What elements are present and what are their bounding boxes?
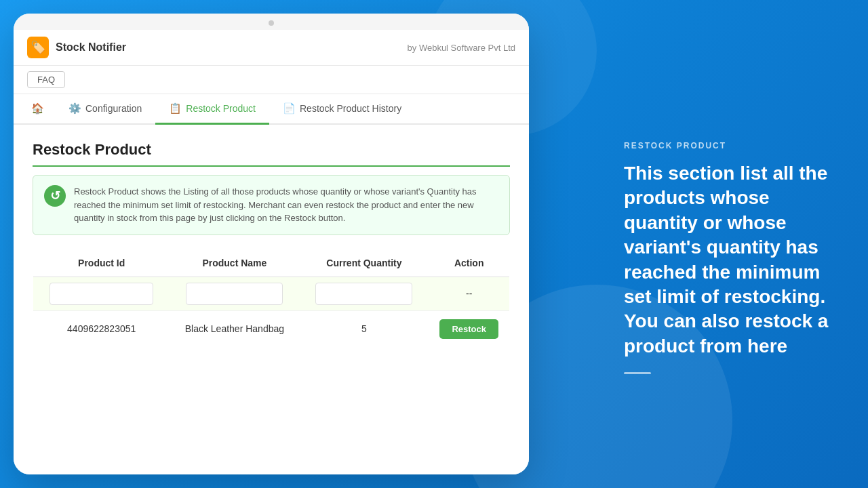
window-dots <box>14 14 529 30</box>
window-dot <box>269 20 274 26</box>
col-product-id: Product Id <box>33 249 170 277</box>
product-table: Product Id Product Name Current Quantity… <box>33 249 510 348</box>
app-logo: 🏷️ Stock Notifier <box>27 37 126 58</box>
table-row: 4409622823051 Black Leather Handbag 5 Re… <box>33 310 510 347</box>
table-header-row: Product Id Product Name Current Quantity… <box>33 249 510 277</box>
filter-action-cell: -- <box>429 277 509 310</box>
cell-product-id: 4409622823051 <box>33 310 170 347</box>
filter-row: -- <box>33 277 510 310</box>
filter-product-id-input[interactable] <box>50 283 153 305</box>
col-action: Action <box>429 249 509 277</box>
app-subtitle: by Webkul Software Pvt Ltd <box>408 43 515 53</box>
cell-current-quantity: 5 <box>299 310 429 347</box>
app-card: 🏷️ Stock Notifier by Webkul Software Pvt… <box>14 14 529 474</box>
app-header: 🏷️ Stock Notifier by Webkul Software Pvt… <box>14 30 529 66</box>
filter-quantity-input[interactable] <box>315 283 412 305</box>
tab-restock-product[interactable]: 📋 Restock Product <box>155 94 269 125</box>
history-icon: 📄 <box>283 102 296 115</box>
content-area: Restock Product ↺ Restock Product shows … <box>14 125 529 474</box>
panel-description: This section list all the products whose… <box>624 161 834 359</box>
info-icon: ↺ <box>44 185 66 207</box>
tab-home[interactable]: 🏠 <box>20 94 55 125</box>
right-panel: RESTOCK PRODUCT This section list all th… <box>583 0 868 488</box>
tab-restock-product-label: Restock Product <box>186 103 256 114</box>
config-icon: ⚙️ <box>68 102 81 115</box>
restock-button[interactable]: Restock <box>439 319 498 339</box>
panel-label: RESTOCK PRODUCT <box>624 141 834 150</box>
home-icon: 🏠 <box>31 102 44 115</box>
filter-product-name-cell <box>170 277 299 310</box>
tab-restock-product-history[interactable]: 📄 Restock Product History <box>269 94 415 125</box>
app-title: Stock Notifier <box>56 41 126 54</box>
cell-product-name: Black Leather Handbag <box>170 310 299 347</box>
info-text: Restock Product shows the Listing of all… <box>74 185 498 225</box>
faq-button[interactable]: FAQ <box>27 71 65 88</box>
filter-quantity-cell <box>299 277 429 310</box>
logo-icon: 🏷️ <box>27 37 49 58</box>
panel-divider <box>624 372 651 374</box>
col-current-quantity: Current Quantity <box>299 249 429 277</box>
tab-configuration[interactable]: ⚙️ Configuration <box>55 94 155 125</box>
tab-restock-product-history-label: Restock Product History <box>300 103 401 114</box>
tab-configuration-label: Configuration <box>85 103 142 114</box>
filter-product-name-input[interactable] <box>186 283 283 305</box>
filter-product-id-cell <box>33 277 170 310</box>
info-box: ↺ Restock Product shows the Listing of a… <box>33 175 510 235</box>
col-product-name: Product Name <box>170 249 299 277</box>
page-title: Restock Product <box>33 141 510 167</box>
restock-icon: 📋 <box>169 102 182 115</box>
cell-action: Restock <box>429 310 509 347</box>
faq-bar: FAQ <box>14 66 529 94</box>
nav-tabs: 🏠 ⚙️ Configuration 📋 Restock Product 📄 R… <box>14 94 529 125</box>
